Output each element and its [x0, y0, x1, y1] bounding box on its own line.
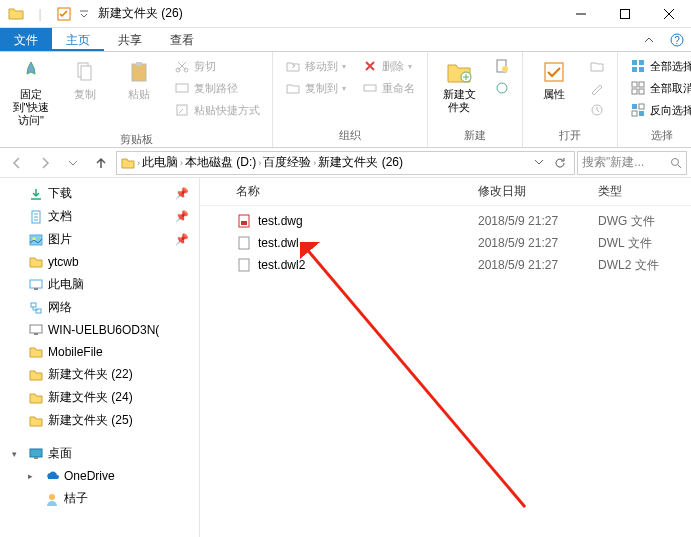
column-type[interactable]: 类型 [598, 183, 691, 200]
select-all-icon [630, 58, 646, 74]
rename-icon [362, 80, 378, 96]
close-button[interactable] [647, 0, 691, 28]
file-row[interactable]: test.dwg2018/5/9 21:27DWG 文件 [200, 210, 691, 232]
file-row[interactable]: test.dwl2018/5/9 21:27DWL 文件 [200, 232, 691, 254]
tab-share[interactable]: 共享 [104, 28, 156, 51]
nav-nf22[interactable]: 新建文件夹 (22) [8, 363, 199, 386]
breadcrumb-dropdown-icon[interactable] [530, 157, 548, 169]
pictures-icon [28, 232, 44, 248]
folder-icon [28, 344, 44, 360]
copy-to-icon [285, 80, 301, 96]
nav-downloads[interactable]: 下载📌 [8, 182, 199, 205]
svg-rect-8 [136, 62, 142, 66]
chevron-right-icon[interactable]: › [137, 158, 140, 168]
svg-point-32 [672, 158, 679, 165]
file-list[interactable]: test.dwg2018/5/9 21:27DWG 文件test.dwl2018… [200, 206, 691, 537]
file-icon [236, 235, 252, 251]
expand-icon[interactable]: ▸ [28, 471, 40, 481]
nav-recent-dropdown[interactable] [60, 150, 86, 176]
downloads-icon [28, 186, 44, 202]
nav-forward-button[interactable] [32, 150, 58, 176]
tab-view[interactable]: 查看 [156, 28, 208, 51]
qat-dropdown-icon[interactable] [78, 4, 90, 24]
paste-shortcut-icon [174, 102, 190, 118]
search-icon [670, 157, 682, 169]
svg-rect-38 [31, 303, 36, 307]
svg-rect-24 [632, 82, 637, 87]
help-icon[interactable]: ? [663, 28, 691, 51]
ribbon-group-select: 全部选择 全部取消 反向选择 选择 [618, 52, 691, 147]
file-date: 2018/5/9 21:27 [478, 214, 598, 228]
nav-ytcwb[interactable]: ytcwb [8, 251, 199, 273]
copy-path-button[interactable]: 复制路径 [170, 78, 264, 98]
folder-app-icon[interactable] [6, 4, 26, 24]
move-to-icon [285, 58, 301, 74]
pin-to-quick-access-button[interactable]: 固定到"快速访问" [8, 56, 54, 130]
file-date: 2018/5/9 21:27 [478, 258, 598, 272]
column-name[interactable]: 名称 [228, 183, 478, 200]
nav-mobilefile[interactable]: MobileFile [8, 341, 199, 363]
open-button[interactable] [585, 56, 609, 76]
nav-this-pc[interactable]: 此电脑 [8, 273, 199, 296]
properties-qat-icon[interactable] [54, 4, 74, 24]
nav-juzi[interactable]: 桔子 [8, 487, 199, 510]
file-row[interactable]: test.dwl22018/5/9 21:27DWL2 文件 [200, 254, 691, 276]
ribbon-collapse-icon[interactable] [635, 28, 663, 51]
nav-documents[interactable]: 文档📌 [8, 205, 199, 228]
tab-home[interactable]: 主页 [52, 28, 104, 51]
delete-button[interactable]: 删除▾ [358, 56, 419, 76]
minimize-button[interactable] [559, 0, 603, 28]
cut-button[interactable]: 剪切 [170, 56, 264, 76]
nav-win-machine[interactable]: WIN-UELBU6OD3N( [8, 319, 199, 341]
column-headers: 名称 修改日期 类型 [200, 178, 691, 206]
svg-rect-47 [239, 237, 249, 249]
breadcrumb-seg[interactable]: 新建文件夹 (26) [318, 154, 403, 171]
nav-back-button[interactable] [4, 150, 30, 176]
maximize-button[interactable] [603, 0, 647, 28]
rename-button[interactable]: 重命名 [358, 78, 419, 98]
quick-access-toolbar: | [0, 4, 90, 24]
paste-icon [125, 58, 153, 86]
copy-to-button[interactable]: 复制到▾ [281, 78, 350, 98]
copy-button[interactable]: 复制 [62, 56, 108, 103]
select-none-button[interactable]: 全部取消 [626, 78, 691, 98]
paste-button[interactable]: 粘贴 [116, 56, 162, 103]
new-item-button[interactable] [490, 56, 514, 76]
nav-onedrive[interactable]: ▸OneDrive [8, 465, 199, 487]
easy-access-button[interactable] [490, 78, 514, 98]
svg-rect-34 [30, 235, 42, 245]
new-folder-button[interactable]: 新建文件夹 [436, 56, 482, 116]
tab-file[interactable]: 文件 [0, 28, 52, 51]
move-to-button[interactable]: 移动到▾ [281, 56, 350, 76]
paste-shortcut-button[interactable]: 粘贴快捷方式 [170, 100, 264, 120]
folder-icon [28, 367, 44, 383]
select-all-button[interactable]: 全部选择 [626, 56, 691, 76]
nav-pictures[interactable]: 图片📌 [8, 228, 199, 251]
collapse-icon[interactable]: ▾ [12, 449, 24, 459]
breadcrumb-seg[interactable]: 百度经验› [263, 154, 316, 171]
search-input[interactable]: 搜索"新建... [577, 151, 687, 175]
svg-rect-41 [34, 333, 38, 335]
breadcrumb-seg[interactable]: 本地磁盘 (D:)› [185, 154, 261, 171]
properties-button[interactable]: 属性 [531, 56, 577, 103]
navigation-pane[interactable]: 下载📌 文档📌 图片📌 ytcwb 此电脑 网络 WIN-UELBU6OD3N(… [0, 178, 200, 537]
invert-selection-button[interactable]: 反向选择 [626, 100, 691, 120]
folder-icon [28, 390, 44, 406]
refresh-icon[interactable] [550, 157, 570, 169]
nav-up-button[interactable] [88, 150, 114, 176]
svg-rect-2 [621, 9, 630, 18]
nav-network-item[interactable]: 网络 [8, 296, 199, 319]
properties-icon [540, 58, 568, 86]
edit-button[interactable] [585, 78, 609, 98]
history-button[interactable] [585, 100, 609, 120]
svg-point-17 [497, 83, 507, 93]
nav-nf24[interactable]: 新建文件夹 (24) [8, 386, 199, 409]
group-label-clipboard: 剪贴板 [8, 130, 264, 147]
breadcrumb-seg[interactable]: 此电脑› [142, 154, 183, 171]
nav-nf25[interactable]: 新建文件夹 (25) [8, 409, 199, 432]
file-name: test.dwl [258, 236, 299, 250]
nav-desktop[interactable]: ▾桌面 [8, 442, 199, 465]
cut-icon [174, 58, 190, 74]
column-date[interactable]: 修改日期 [478, 183, 598, 200]
breadcrumb[interactable]: › 此电脑› 本地磁盘 (D:)› 百度经验› 新建文件夹 (26) [116, 151, 575, 175]
